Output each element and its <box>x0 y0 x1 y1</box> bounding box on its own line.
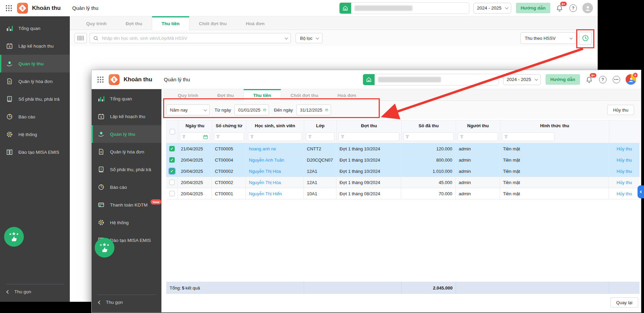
sidebar-item-tong-quan[interactable]: Tổng quan <box>0 19 70 37</box>
back-button[interactable]: Quay lại <box>610 297 638 308</box>
to-date-label: Đến ngày <box>274 108 293 113</box>
sidebar-item-he-thong[interactable]: Hệ thống <box>92 214 161 231</box>
student-link[interactable]: hoang anh ne <box>249 146 276 151</box>
tab-chot-dot-thu[interactable]: Chốt đợt thu <box>189 16 236 30</box>
table-row[interactable]: ✓ 20/04/2025 CT00004 Nguyễn Anh Tuấn D20… <box>166 154 640 166</box>
barcode-scan-button[interactable] <box>75 33 87 43</box>
filter-input[interactable] <box>187 134 202 139</box>
filter-input[interactable] <box>410 134 452 139</box>
notifications-button[interactable]: 9+ <box>555 4 564 13</box>
sidebar-item-tong-quan[interactable]: Tổng quan <box>92 90 161 108</box>
app-grid-icon[interactable] <box>97 76 104 83</box>
sidebar-item-bao-cao[interactable]: Báo cáo <box>92 178 161 196</box>
student-link[interactable]: Nguyễn Anh Tuấn <box>249 158 284 163</box>
sidebar-item-lap-ke-hoach-thu[interactable]: $ Lập kế hoạch thu <box>92 108 161 125</box>
sidebar-item-quan-ly-hoa-don[interactable]: Quản lý hóa đơn <box>92 143 161 161</box>
school-year-select[interactable]: 2024 - 2025 <box>503 74 541 85</box>
column-header[interactable]: Ngày thu <box>178 120 212 131</box>
sidebar-collapse[interactable]: Thu gọn <box>92 295 161 312</box>
student-link[interactable]: Nguyễn Thị Hòa <box>249 169 281 174</box>
filter-input[interactable] <box>313 134 332 139</box>
row-checkbox[interactable]: ✓ <box>169 157 175 163</box>
collection-history-button[interactable] <box>579 32 592 45</box>
row-checkbox[interactable] <box>169 191 175 196</box>
cancel-collection-link[interactable]: Hủy thu <box>617 146 632 151</box>
help-button[interactable]: ? <box>569 4 578 13</box>
school-selector[interactable] <box>363 74 499 85</box>
cancel-collection-link[interactable]: Hủy thu <box>617 158 632 163</box>
table-body: ✓ 21/04/2025 CT00005 hoang anh ne CNTT2 … <box>166 143 640 199</box>
table-row[interactable]: 20/04/2025 CT00002 Nguyễn Thị Hòa 12A1 Đ… <box>166 177 640 188</box>
clock-icon <box>582 35 589 42</box>
table-row[interactable]: ✓ 20/04/2025 CT00002 Nguyễn Thị Hòa 12A1… <box>166 166 640 177</box>
tab-quy-trinh[interactable]: Quy trình <box>168 89 208 100</box>
sidebar-item-he-thong[interactable]: Hệ thống <box>0 126 70 143</box>
sidebar-item-quan-ly-thu[interactable]: $ Quản lý thu <box>0 55 70 72</box>
student-link[interactable]: Nguyễn Thị Hiển <box>249 191 282 196</box>
filter-input[interactable] <box>465 134 496 139</box>
cancel-collection-link[interactable]: Hủy thu <box>617 191 632 196</box>
sidebar-item-quan-ly-thu[interactable]: $ Quản lý thu <box>92 125 161 143</box>
avatar[interactable] <box>582 3 593 13</box>
select-all-checkbox[interactable] <box>170 129 175 134</box>
sidebar-item-thanh-toan-kdtm[interactable]: Thanh toán KDTM New <box>92 196 161 214</box>
table-row[interactable]: 20/04/2025 CT00001 Nguyễn Thị Hiển 10A1 … <box>166 188 640 199</box>
panel-expand-handle[interactable] <box>638 185 644 198</box>
student-link[interactable]: Nguyễn Thị Hòa <box>249 180 281 185</box>
feedback-button[interactable]: ★★★ <box>4 227 24 247</box>
more-options-button[interactable]: ••• <box>612 75 621 84</box>
column-header[interactable]: Lớp <box>304 120 336 131</box>
view-mode-select[interactable]: Thu theo HSSV <box>520 32 576 44</box>
sidebar-item-quan-ly-hoa-don[interactable]: Quản lý hóa đơn <box>0 72 70 90</box>
filter-button[interactable]: Bộ lọc <box>296 33 323 43</box>
help-button[interactable]: ? <box>598 75 607 84</box>
column-header[interactable]: Học sinh, sinh viên <box>246 120 304 131</box>
cancel-collection-link[interactable]: Hủy thu <box>617 180 632 185</box>
row-checkbox[interactable]: ✓ <box>169 168 175 174</box>
sidebar-item-dao-tao-misa-emis[interactable]: Đào tạo MISA EMIS <box>0 143 70 161</box>
filter-input[interactable] <box>509 134 552 139</box>
tab-dot-thu[interactable]: Đợt thu <box>208 89 244 100</box>
to-date-input[interactable] <box>299 107 324 113</box>
column-header[interactable]: Số chứng từ <box>212 120 246 131</box>
sidebar-item-bao-cao[interactable]: Báo cáo <box>0 108 70 126</box>
calendar-icon[interactable] <box>263 108 266 112</box>
avatar[interactable]: 5 <box>626 74 636 85</box>
sidebar-item-lap-ke-hoach-thu[interactable]: $ Lập kế hoạch thu <box>0 37 70 55</box>
filter-input[interactable] <box>221 134 242 139</box>
app-grid-icon[interactable] <box>5 5 12 12</box>
cancel-collection-link[interactable]: Hủy thu <box>617 169 632 174</box>
sidebar-item-so-phai-thu-phai-tra[interactable]: $ Sổ phải thu, phải trả <box>0 90 70 108</box>
tab-hoa-don[interactable]: Hoá đơn <box>328 89 366 100</box>
school-year-select[interactable]: 2024 - 2025 <box>473 3 511 14</box>
calendar-icon[interactable] <box>325 108 328 112</box>
notifications-button[interactable]: 9+ <box>585 75 594 84</box>
sidebar-item-so-phai-thu-phai-tra[interactable]: $ Sổ phải thu, phải trả <box>92 161 161 178</box>
filter-input[interactable] <box>346 134 397 139</box>
school-selector[interactable] <box>339 2 469 14</box>
column-header[interactable]: Đợt thu <box>337 120 401 131</box>
guide-button[interactable]: Hướng dẫn <box>546 74 580 85</box>
calendar-icon[interactable] <box>203 135 208 139</box>
from-date-input[interactable] <box>237 107 262 113</box>
tab-dot-thu[interactable]: Đợt thu <box>116 16 152 30</box>
guide-button[interactable]: Hướng dẫn <box>516 3 550 13</box>
column-header[interactable]: Người thu <box>456 120 500 131</box>
tab-thu-tien[interactable]: Thu tiền <box>244 89 281 101</box>
tab-hoa-don[interactable]: Hoá đơn <box>236 16 274 30</box>
chevron-down-icon[interactable] <box>285 36 288 39</box>
filter-input[interactable] <box>255 134 300 139</box>
row-checkbox[interactable]: ✓ <box>169 146 175 151</box>
tab-chot-dot-thu[interactable]: Chốt đợt thu <box>281 89 328 100</box>
tab-quy-trinh[interactable]: Quy trình <box>77 16 116 30</box>
cancel-collection-button[interactable]: Hủy thu <box>607 105 634 115</box>
table-row[interactable]: ✓ 21/04/2025 CT00005 hoang anh ne CNTT2 … <box>166 143 640 154</box>
date-preset-select[interactable]: Năm nay <box>166 104 210 115</box>
column-header[interactable]: Hình thức thu <box>500 120 609 131</box>
search-input[interactable] <box>101 35 282 41</box>
sidebar-collapse[interactable]: Thu gọn <box>0 284 70 302</box>
row-checkbox[interactable] <box>169 180 175 185</box>
column-header[interactable]: Số đã thu <box>402 120 456 131</box>
feedback-button[interactable]: ★★★ <box>95 238 114 258</box>
tab-thu-tien[interactable]: Thu tiền <box>152 16 190 30</box>
